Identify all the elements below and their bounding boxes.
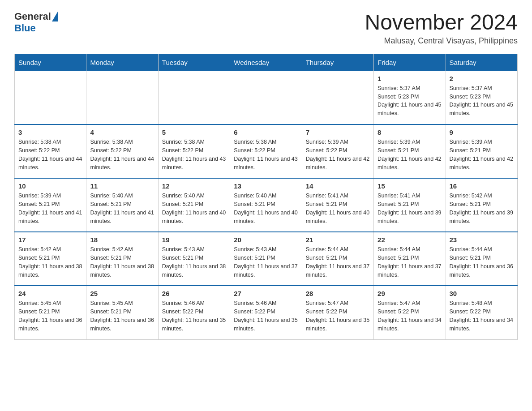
day-number: 8 xyxy=(378,128,442,136)
day-number: 10 xyxy=(18,182,82,190)
month-title: November 2024 xyxy=(365,11,518,34)
day-info: Sunrise: 5:41 AMSunset: 5:21 PMDaylight:… xyxy=(378,192,442,225)
day-info: Sunrise: 5:47 AMSunset: 5:22 PMDaylight:… xyxy=(306,299,370,333)
day-info: Sunrise: 5:38 AMSunset: 5:22 PMDaylight:… xyxy=(18,138,82,171)
day-info: Sunrise: 5:40 AMSunset: 5:21 PMDaylight:… xyxy=(162,192,226,225)
calendar-cell: 16Sunrise: 5:42 AMSunset: 5:21 PMDayligh… xyxy=(446,178,517,232)
day-number: 11 xyxy=(90,182,154,190)
day-info: Sunrise: 5:44 AMSunset: 5:21 PMDaylight:… xyxy=(306,245,370,279)
calendar-cell: 2Sunrise: 5:37 AMSunset: 5:23 PMDaylight… xyxy=(446,71,517,124)
day-info: Sunrise: 5:46 AMSunset: 5:22 PMDaylight:… xyxy=(234,299,298,333)
day-number: 21 xyxy=(306,236,370,244)
day-info: Sunrise: 5:38 AMSunset: 5:22 PMDaylight:… xyxy=(90,138,154,171)
calendar-cell xyxy=(86,71,158,124)
day-number: 22 xyxy=(378,236,442,244)
logo-triangle-icon xyxy=(52,12,58,21)
calendar-cell: 6Sunrise: 5:38 AMSunset: 5:22 PMDaylight… xyxy=(230,124,302,178)
calendar-cell: 1Sunrise: 5:37 AMSunset: 5:23 PMDaylight… xyxy=(374,71,446,124)
day-info: Sunrise: 5:42 AMSunset: 5:21 PMDaylight:… xyxy=(450,192,514,225)
day-info: Sunrise: 5:41 AMSunset: 5:21 PMDaylight:… xyxy=(306,192,370,225)
calendar-table: SundayMondayTuesdayWednesdayThursdayFrid… xyxy=(14,54,518,340)
day-number: 14 xyxy=(306,182,370,190)
day-info: Sunrise: 5:42 AMSunset: 5:21 PMDaylight:… xyxy=(90,245,154,279)
calendar-cell xyxy=(230,71,302,124)
day-number: 18 xyxy=(90,236,154,244)
weekday-header-friday: Friday xyxy=(374,54,446,71)
logo: General Blue xyxy=(14,11,59,34)
calendar-cell xyxy=(158,71,230,124)
calendar-cell: 15Sunrise: 5:41 AMSunset: 5:21 PMDayligh… xyxy=(374,178,446,232)
day-number: 7 xyxy=(306,128,370,136)
calendar-cell: 25Sunrise: 5:45 AMSunset: 5:21 PMDayligh… xyxy=(86,286,158,339)
day-info: Sunrise: 5:37 AMSunset: 5:23 PMDaylight:… xyxy=(450,84,514,118)
calendar-cell: 20Sunrise: 5:43 AMSunset: 5:21 PMDayligh… xyxy=(230,232,302,286)
weekday-header-sunday: Sunday xyxy=(15,54,86,71)
weekday-header-wednesday: Wednesday xyxy=(230,54,302,71)
calendar-cell: 28Sunrise: 5:47 AMSunset: 5:22 PMDayligh… xyxy=(302,286,373,339)
day-info: Sunrise: 5:40 AMSunset: 5:21 PMDaylight:… xyxy=(90,192,154,225)
calendar-cell: 4Sunrise: 5:38 AMSunset: 5:22 PMDaylight… xyxy=(86,124,158,178)
day-info: Sunrise: 5:39 AMSunset: 5:21 PMDaylight:… xyxy=(450,138,514,171)
page-header: General Blue November 2024 Malusay, Cent… xyxy=(14,11,518,46)
calendar-cell: 29Sunrise: 5:47 AMSunset: 5:22 PMDayligh… xyxy=(374,286,446,339)
day-info: Sunrise: 5:44 AMSunset: 5:21 PMDaylight:… xyxy=(378,245,442,279)
day-info: Sunrise: 5:38 AMSunset: 5:22 PMDaylight:… xyxy=(234,138,298,171)
calendar-week-row: 17Sunrise: 5:42 AMSunset: 5:21 PMDayligh… xyxy=(15,232,518,286)
calendar-week-row: 24Sunrise: 5:45 AMSunset: 5:21 PMDayligh… xyxy=(15,286,518,339)
calendar-cell: 26Sunrise: 5:46 AMSunset: 5:22 PMDayligh… xyxy=(158,286,230,339)
day-info: Sunrise: 5:43 AMSunset: 5:21 PMDaylight:… xyxy=(234,245,298,279)
day-number: 6 xyxy=(234,128,298,136)
logo-general-text: General xyxy=(14,11,51,22)
weekday-header-monday: Monday xyxy=(86,54,158,71)
day-number: 13 xyxy=(234,182,298,190)
day-info: Sunrise: 5:38 AMSunset: 5:22 PMDaylight:… xyxy=(162,138,226,171)
calendar-cell: 22Sunrise: 5:44 AMSunset: 5:21 PMDayligh… xyxy=(374,232,446,286)
calendar-cell: 12Sunrise: 5:40 AMSunset: 5:21 PMDayligh… xyxy=(158,178,230,232)
day-number: 29 xyxy=(378,290,442,297)
day-number: 23 xyxy=(450,236,514,244)
day-info: Sunrise: 5:40 AMSunset: 5:21 PMDaylight:… xyxy=(234,192,298,225)
day-number: 19 xyxy=(162,236,226,244)
calendar-cell: 7Sunrise: 5:39 AMSunset: 5:22 PMDaylight… xyxy=(302,124,373,178)
day-number: 20 xyxy=(234,236,298,244)
day-number: 12 xyxy=(162,182,226,190)
day-number: 24 xyxy=(18,290,82,297)
calendar-cell: 18Sunrise: 5:42 AMSunset: 5:21 PMDayligh… xyxy=(86,232,158,286)
calendar-cell: 27Sunrise: 5:46 AMSunset: 5:22 PMDayligh… xyxy=(230,286,302,339)
calendar-cell: 11Sunrise: 5:40 AMSunset: 5:21 PMDayligh… xyxy=(86,178,158,232)
calendar-cell: 5Sunrise: 5:38 AMSunset: 5:22 PMDaylight… xyxy=(158,124,230,178)
day-info: Sunrise: 5:44 AMSunset: 5:21 PMDaylight:… xyxy=(450,245,514,279)
calendar-week-row: 10Sunrise: 5:39 AMSunset: 5:21 PMDayligh… xyxy=(15,178,518,232)
calendar-cell xyxy=(15,71,86,124)
day-info: Sunrise: 5:37 AMSunset: 5:23 PMDaylight:… xyxy=(378,84,442,118)
calendar-cell: 17Sunrise: 5:42 AMSunset: 5:21 PMDayligh… xyxy=(15,232,86,286)
calendar-cell: 23Sunrise: 5:44 AMSunset: 5:21 PMDayligh… xyxy=(446,232,517,286)
day-number: 16 xyxy=(450,182,514,190)
day-number: 9 xyxy=(450,128,514,136)
day-number: 5 xyxy=(162,128,226,136)
day-number: 4 xyxy=(90,128,154,136)
day-number: 3 xyxy=(18,128,82,136)
calendar-cell: 21Sunrise: 5:44 AMSunset: 5:21 PMDayligh… xyxy=(302,232,373,286)
day-number: 2 xyxy=(450,75,514,82)
calendar-cell: 10Sunrise: 5:39 AMSunset: 5:21 PMDayligh… xyxy=(15,178,86,232)
day-number: 17 xyxy=(18,236,82,244)
day-info: Sunrise: 5:46 AMSunset: 5:22 PMDaylight:… xyxy=(162,299,226,333)
calendar-cell xyxy=(302,71,373,124)
calendar-cell: 30Sunrise: 5:48 AMSunset: 5:22 PMDayligh… xyxy=(446,286,517,339)
calendar-week-row: 3Sunrise: 5:38 AMSunset: 5:22 PMDaylight… xyxy=(15,124,518,178)
calendar-cell: 9Sunrise: 5:39 AMSunset: 5:21 PMDaylight… xyxy=(446,124,517,178)
day-number: 15 xyxy=(378,182,442,190)
weekday-header-saturday: Saturday xyxy=(446,54,517,71)
day-info: Sunrise: 5:39 AMSunset: 5:21 PMDaylight:… xyxy=(378,138,442,171)
weekday-header-thursday: Thursday xyxy=(302,54,373,71)
day-info: Sunrise: 5:43 AMSunset: 5:21 PMDaylight:… xyxy=(162,245,226,279)
title-area: November 2024 Malusay, Central Visayas, … xyxy=(365,11,518,46)
day-info: Sunrise: 5:48 AMSunset: 5:22 PMDaylight:… xyxy=(450,299,514,333)
day-info: Sunrise: 5:47 AMSunset: 5:22 PMDaylight:… xyxy=(378,299,442,333)
day-info: Sunrise: 5:45 AMSunset: 5:21 PMDaylight:… xyxy=(18,299,82,333)
calendar-cell: 8Sunrise: 5:39 AMSunset: 5:21 PMDaylight… xyxy=(374,124,446,178)
day-number: 1 xyxy=(378,75,442,82)
calendar-cell: 14Sunrise: 5:41 AMSunset: 5:21 PMDayligh… xyxy=(302,178,373,232)
day-number: 27 xyxy=(234,290,298,297)
